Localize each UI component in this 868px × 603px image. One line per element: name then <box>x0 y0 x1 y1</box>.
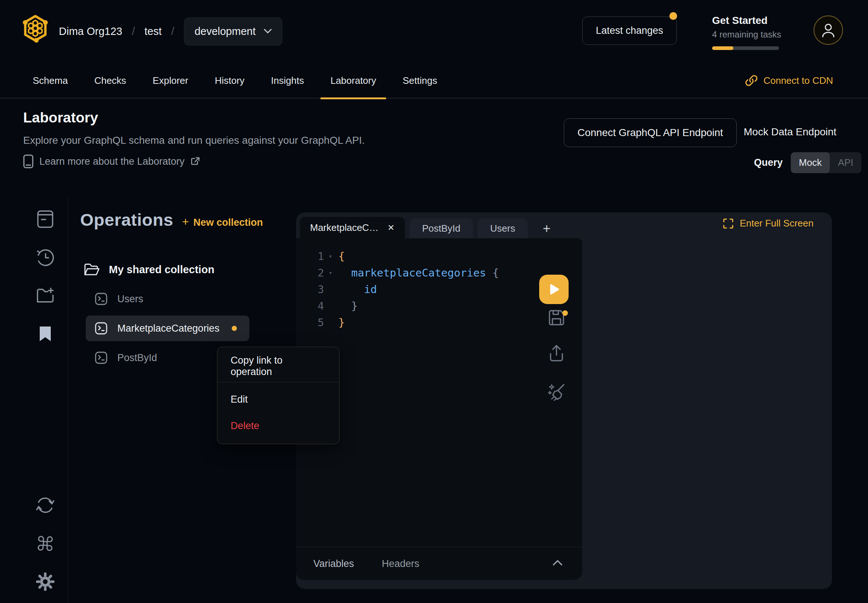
nav-tab-insights[interactable]: Insights <box>261 62 314 99</box>
person-icon <box>820 22 836 38</box>
learn-more-link[interactable]: Learn more about the Laboratory <box>23 155 200 169</box>
line-number: 1 <box>306 250 324 263</box>
operation-row-users[interactable]: Users <box>86 286 249 312</box>
close-tab-icon[interactable]: ✕ <box>387 223 394 233</box>
operation-icon <box>94 351 108 364</box>
mock-data-endpoint-link[interactable]: Mock Data Endpoint <box>744 126 836 138</box>
operation-label: MarketplaceCategories <box>117 323 220 334</box>
editor-tab-label: Users <box>490 223 515 234</box>
context-menu-delete[interactable]: Delete <box>217 416 339 435</box>
get-started-widget[interactable]: Get Started 4 remaining tasks <box>712 15 800 50</box>
operations-title: Operations <box>80 210 173 230</box>
saved-collections-icon[interactable] <box>36 324 55 343</box>
latest-changes-button[interactable]: Latest changes <box>582 17 677 45</box>
nav-tab-checks[interactable]: Checks <box>84 62 136 99</box>
unsaved-changes-dot <box>562 310 568 316</box>
learn-more-label: Learn more about the Laboratory <box>39 156 185 167</box>
operation-label: PostById <box>117 352 157 363</box>
link-icon <box>745 74 758 87</box>
operation-icon <box>94 322 108 335</box>
fullscreen-icon <box>723 218 734 229</box>
variant-select[interactable]: development <box>184 17 282 46</box>
prettify-button[interactable] <box>545 380 568 402</box>
query-mode-toggle[interactable]: MockAPI <box>791 152 861 173</box>
editor-tab-marketplacec[interactable]: MarketplaceC… ✕ <box>300 217 405 238</box>
new-collection-button[interactable]: + New collection <box>182 215 263 229</box>
settings-gear-icon[interactable] <box>36 572 55 591</box>
nav-tab-laboratory[interactable]: Laboratory <box>320 62 386 99</box>
share-upload-icon <box>548 343 565 363</box>
share-operation-button[interactable] <box>545 342 568 364</box>
top-bar: Dima Org123 / test / development Latest … <box>0 0 868 62</box>
variables-headers-bar: VariablesHeaders <box>296 547 582 580</box>
enter-fullscreen-label: Enter Full Screen <box>740 218 814 229</box>
operation-label: Users <box>117 294 144 305</box>
external-link-icon <box>190 157 200 166</box>
code-text: } <box>338 316 345 329</box>
connect-to-cdn-link[interactable]: Connect to CDN <box>745 62 833 99</box>
operation-icon <box>94 292 108 306</box>
nav-tab-explorer[interactable]: Explorer <box>143 62 198 99</box>
graph-nav-tabs: SchemaChecksExplorerHistoryInsightsLabor… <box>23 62 447 99</box>
query-mode-row: Query MockAPI <box>754 152 861 173</box>
shortcuts-icon[interactable] <box>36 534 55 553</box>
line-number: 4 <box>306 300 324 312</box>
editor-tab-label: PostById <box>422 223 461 234</box>
code-line: 4 } <box>296 297 582 314</box>
operation-row-marketplacecategories[interactable]: MarketplaceCategories <box>86 315 249 341</box>
code-text: marketplaceCategories { <box>338 267 499 279</box>
operation-context-menu: Copy link to operationEditDelete <box>217 347 339 444</box>
code-line: 5 } <box>296 314 582 331</box>
editor-tab-bar: MarketplaceC… ✕ PostById Users + <box>300 212 551 238</box>
breadcrumb: Dima Org123 / test / development <box>59 0 282 62</box>
get-started-title: Get Started <box>712 15 800 26</box>
new-tab-button[interactable]: + <box>543 222 551 235</box>
code-text: id <box>338 283 377 295</box>
open-folder-icon <box>84 263 99 276</box>
save-operation-button[interactable] <box>545 307 568 329</box>
fold-caret-icon[interactable]: ▾ <box>328 269 333 277</box>
latest-changes-notification-dot <box>669 12 677 20</box>
editor-tab-label: MarketplaceC… <box>310 222 379 233</box>
nav-tab-label: History <box>215 75 244 87</box>
fold-caret-icon[interactable]: ▾ <box>328 252 333 260</box>
editor-tab-users[interactable]: Users <box>478 218 528 238</box>
graphos-logo-icon[interactable] <box>22 14 48 43</box>
documentation-icon[interactable] <box>36 210 55 229</box>
laboratory-header: Laboratory Explore your GraphQL schema a… <box>0 99 868 195</box>
editor-tab-postbyid[interactable]: PostById <box>410 218 473 238</box>
nav-tab-label: Settings <box>403 75 437 87</box>
query-mode-mock[interactable]: Mock <box>791 152 830 173</box>
enter-fullscreen-button[interactable]: Enter Full Screen <box>723 218 814 229</box>
breadcrumb-org[interactable]: Dima Org123 <box>59 25 122 37</box>
get-started-subtitle: 4 remaining tasks <box>712 29 800 40</box>
collection-header[interactable]: My shared collection <box>84 257 214 282</box>
code-text: } <box>338 300 357 312</box>
operation-unsaved-dot <box>232 326 237 331</box>
book-icon <box>23 155 34 169</box>
nav-tab-settings[interactable]: Settings <box>393 62 447 99</box>
footer-tab-headers[interactable]: Headers <box>382 547 419 580</box>
chevron-up-icon <box>552 559 563 566</box>
nav-tab-history[interactable]: History <box>205 62 255 99</box>
collapse-panel-button[interactable] <box>552 559 563 566</box>
user-avatar[interactable] <box>814 15 843 45</box>
history-icon[interactable] <box>36 248 55 267</box>
nav-tab-schema[interactable]: Schema <box>23 62 77 99</box>
page-description: Explore your GraphQL schema and run quer… <box>23 135 365 146</box>
plus-icon: + <box>182 215 189 229</box>
run-query-button[interactable] <box>539 275 569 304</box>
graph-nav: SchemaChecksExplorerHistoryInsightsLabor… <box>0 62 868 99</box>
query-mode-api[interactable]: API <box>830 152 861 173</box>
footer-tab-variables[interactable]: Variables <box>313 547 354 580</box>
context-menu-edit[interactable]: Edit <box>217 390 339 409</box>
connect-endpoint-button[interactable]: Connect GraphQL API Endpoint <box>564 118 737 147</box>
new-folder-icon[interactable] <box>36 286 55 305</box>
get-started-progress-fill <box>712 46 733 50</box>
code-text: { <box>338 250 345 263</box>
nav-tab-label: Checks <box>94 75 126 87</box>
breadcrumb-graph[interactable]: test <box>145 25 162 37</box>
refresh-schema-icon[interactable] <box>36 496 55 515</box>
context-menu-copy-link-to-operation[interactable]: Copy link to operation <box>217 357 339 376</box>
context-menu-divider <box>217 382 339 382</box>
